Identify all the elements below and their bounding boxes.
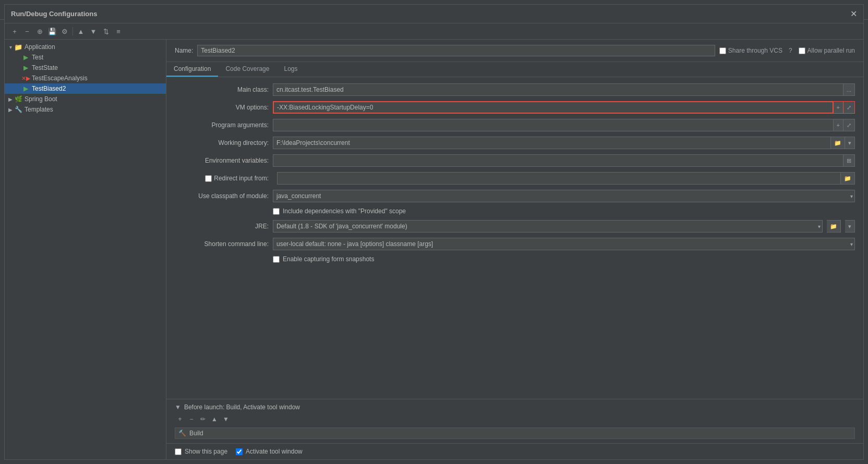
bl-move-down-button[interactable]: ▼ — [221, 414, 231, 424]
main-class-browse-button[interactable]: ... — [843, 83, 855, 96]
tree-label-springboot: Spring Boot — [25, 95, 164, 103]
share-vcs-checkbox-label[interactable]: Share through VCS — [719, 47, 782, 54]
working-dir-input[interactable] — [273, 137, 831, 149]
shorten-cmd-select[interactable]: user-local default: none - java [options… — [273, 238, 855, 250]
activate-tool-label[interactable]: Activate tool window — [236, 448, 303, 455]
program-args-label: Program arguments: — [175, 121, 269, 129]
sort-button[interactable]: ⇅ — [100, 26, 112, 37]
tree-item-springboot[interactable]: ▶ 🌿 Spring Boot — [5, 94, 166, 104]
redirect-input-group: 📁 — [277, 172, 855, 185]
env-vars-input[interactable] — [273, 154, 843, 167]
move-up-button[interactable]: ▲ — [75, 26, 87, 37]
copy-config-button[interactable]: ⊕ — [34, 26, 45, 37]
vm-options-input[interactable] — [273, 101, 834, 114]
build-list-item: 🔨 Build — [175, 428, 855, 439]
show-page-checkbox[interactable] — [175, 448, 182, 455]
run-config-icon: ▶ — [21, 64, 30, 72]
tree-item-templates[interactable]: ▶ 🔧 Templates — [5, 104, 166, 115]
bl-remove-button[interactable]: − — [186, 414, 197, 424]
tree-item-testescapeanalysis[interactable]: ✕▶ TestEscapeAnalysis — [5, 73, 166, 83]
include-deps-label[interactable]: Include dependencies with "Provided" sco… — [273, 207, 406, 215]
spring-boot-icon: 🌿 — [14, 95, 22, 103]
share-vcs-help-icon[interactable]: ? — [789, 47, 792, 54]
dialog-title: Run/Debug Configurations — [11, 10, 97, 18]
tree-label-application: Application — [25, 43, 164, 51]
enable-snapshots-label[interactable]: Enable capturing form snapshots — [273, 255, 374, 263]
allow-parallel-checkbox[interactable] — [799, 47, 805, 54]
remove-config-button[interactable]: − — [21, 26, 33, 37]
classpath-module-label: Use classpath of module: — [175, 192, 269, 200]
settings-button[interactable]: ⚙ — [59, 26, 70, 37]
redirect-input-checkbox[interactable] — [205, 175, 212, 182]
env-vars-input-group: ⊞ — [273, 154, 855, 167]
jre-row: JRE: Default (1.8 - SDK of 'java_concurr… — [175, 220, 855, 233]
jre-browse-button[interactable]: 📁 — [827, 220, 841, 233]
build-item-label: Build — [189, 430, 203, 437]
tab-logs[interactable]: Logs — [276, 62, 305, 77]
tree-label-test: Test — [32, 54, 164, 61]
shorten-cmd-select-wrapper: user-local default: none - java [options… — [273, 238, 855, 250]
jre-select-wrapper: Default (1.8 - SDK of 'java_concurrent' … — [273, 220, 823, 233]
move-down-button[interactable]: ▼ — [88, 26, 99, 37]
run-error-icon: ✕▶ — [21, 74, 30, 82]
vm-options-input-group: + ⤢ — [273, 101, 855, 114]
bl-add-button[interactable]: + — [175, 414, 185, 424]
spacer — [14, 75, 21, 82]
dialog-toolbar: + − ⊕ 💾 ⚙ ▲ ▼ ⇅ ≡ — [5, 23, 863, 40]
working-dir-expand-button[interactable]: ▾ — [845, 137, 855, 149]
filter-button[interactable]: ≡ — [113, 26, 124, 37]
name-input[interactable] — [197, 45, 715, 56]
before-launch-collapse-icon[interactable]: ▼ — [175, 404, 181, 411]
tree-item-teststate[interactable]: ▶ TestState — [5, 63, 166, 73]
tree-item-test[interactable]: ▶ Test — [5, 52, 166, 63]
share-vcs-checkbox[interactable] — [719, 47, 726, 54]
add-config-button[interactable]: + — [9, 26, 20, 37]
include-deps-checkbox[interactable] — [273, 208, 280, 215]
tab-code-coverage[interactable]: Code Coverage — [218, 62, 276, 77]
toolbar-separator — [73, 27, 73, 35]
vm-options-add-button[interactable]: + — [834, 101, 843, 114]
allow-parallel-label: Allow parallel run — [807, 47, 855, 54]
redirect-input-field[interactable] — [277, 172, 841, 185]
dialog-titlebar: Run/Debug Configurations ✕ — [5, 5, 863, 23]
enable-snapshots-checkbox[interactable] — [273, 256, 280, 263]
jre-expand-button[interactable]: ▾ — [845, 220, 855, 233]
classpath-module-select[interactable]: java_concurrent — [273, 190, 855, 202]
show-page-label[interactable]: Show this page — [175, 448, 227, 455]
configuration-panel: Main class: ... VM options: + ⤢ — [166, 77, 863, 399]
program-args-add-button[interactable]: + — [834, 119, 843, 131]
bl-move-up-button[interactable]: ▲ — [209, 414, 220, 424]
program-args-input[interactable] — [273, 119, 834, 131]
tree-label-testescapeanalysis: TestEscapeAnalysis — [32, 75, 164, 82]
allow-parallel-checkbox-label[interactable]: Allow parallel run — [799, 47, 855, 54]
main-class-input[interactable] — [273, 83, 843, 96]
config-tree-panel: ▾ 📁 Application ▶ Test ▶ TestState ✕▶ Te… — [5, 40, 166, 459]
tab-configuration[interactable]: Configuration — [166, 62, 218, 77]
before-launch-label: Before launch: Build, Activate tool wind… — [184, 404, 300, 411]
run-debug-configurations-dialog: Run/Debug Configurations ✕ + − ⊕ 💾 ⚙ ▲ ▼… — [4, 4, 864, 460]
jre-select[interactable]: Default (1.8 - SDK of 'java_concurrent' … — [273, 220, 823, 233]
tree-item-testbiased2[interactable]: ▶ TestBiased2 — [5, 83, 166, 94]
dialog-body: ▾ 📁 Application ▶ Test ▶ TestState ✕▶ Te… — [5, 40, 863, 459]
program-args-input-group: + ⤢ — [273, 119, 855, 131]
working-dir-browse-button[interactable]: 📁 — [831, 137, 845, 149]
vm-options-expand-button[interactable]: ⤢ — [843, 101, 855, 114]
before-launch-header: ▼ Before launch: Build, Activate tool wi… — [175, 404, 855, 411]
tree-item-application[interactable]: ▾ 📁 Application — [5, 42, 166, 52]
expand-arrow-icon: ▶ — [7, 106, 14, 113]
spacer — [14, 54, 21, 61]
close-button[interactable]: ✕ — [850, 9, 857, 19]
bl-edit-button[interactable]: ✏ — [198, 414, 208, 424]
activate-tool-checkbox[interactable] — [236, 448, 243, 455]
main-class-label: Main class: — [175, 86, 269, 93]
include-deps-row: Include dependencies with "Provided" sco… — [175, 207, 855, 215]
redirect-input-row: Redirect input from: 📁 — [175, 172, 855, 185]
save-config-button[interactable]: 💾 — [46, 26, 58, 37]
redirect-browse-button[interactable]: 📁 — [841, 172, 855, 185]
tree-label-teststate: TestState — [32, 64, 164, 71]
program-args-expand-button[interactable]: ⤢ — [843, 119, 855, 131]
env-vars-edit-button[interactable]: ⊞ — [843, 154, 855, 167]
shorten-cmd-label: Shorten command line: — [175, 240, 269, 248]
run-config-icon: ▶ — [21, 53, 30, 62]
vm-options-label: VM options: — [175, 104, 269, 111]
